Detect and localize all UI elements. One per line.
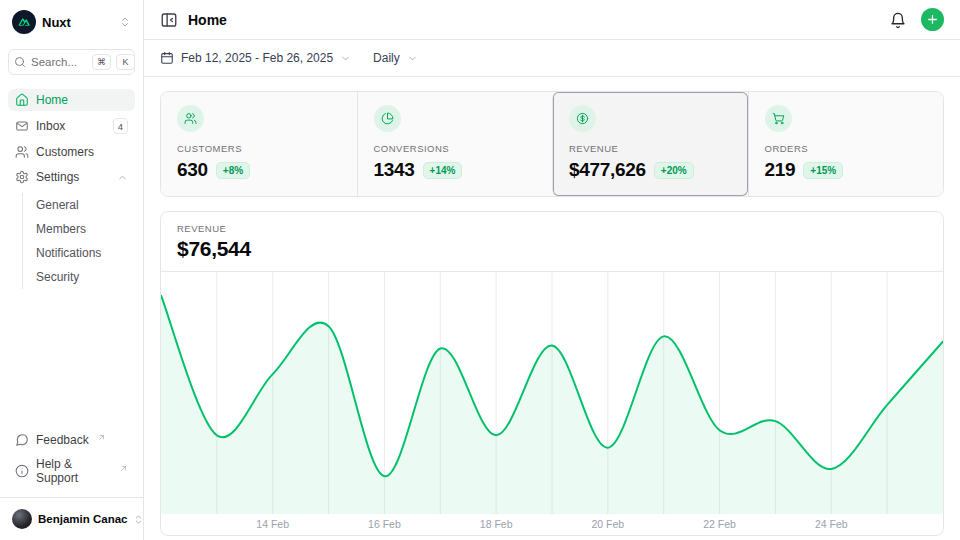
chat-bubble-icon: [15, 433, 29, 447]
sidebar-subitem-general[interactable]: General: [36, 193, 135, 217]
sidebar: Nuxt ⌘ K HomeInbox4CustomersSettingsGene…: [0, 0, 144, 540]
workspace-switcher[interactable]: Nuxt: [8, 8, 135, 36]
stat-delta-badge: +14%: [423, 162, 463, 179]
chevron-down-icon: [407, 53, 418, 64]
sidebar-subnav-settings: GeneralMembersNotificationsSecurity: [22, 193, 135, 289]
inbox-count-badge: 4: [113, 118, 128, 134]
home-icon: [15, 93, 29, 107]
sidebar-item-home[interactable]: Home: [8, 89, 135, 111]
kbd-k: K: [116, 54, 135, 70]
inbox-icon: [15, 119, 29, 133]
chevrons-up-down-icon: [133, 514, 144, 525]
date-range-value: Feb 12, 2025 - Feb 26, 2025: [181, 51, 333, 65]
arrow-up-right-icon: [119, 464, 128, 473]
stats-grid: CUSTOMERS630+8%CONVERSIONS1343+14%REVENU…: [160, 91, 944, 197]
user-menu-button[interactable]: Benjamin Canac: [8, 506, 135, 532]
kbd-meta: ⌘: [92, 54, 111, 70]
stat-label: CONVERSIONS: [374, 143, 537, 154]
chevron-down-icon: [340, 53, 351, 64]
stat-label: REVENUE: [569, 143, 732, 154]
stat-icon-circle: [374, 105, 401, 132]
revenue-chart-panel: REVENUE $76,544 14 Feb16 Feb18 Feb20 Feb…: [160, 211, 944, 536]
plus-icon: [926, 13, 939, 26]
x-axis-tick-label: 22 Feb: [703, 518, 736, 530]
sidebar-item-label: Inbox: [36, 119, 65, 133]
sidebar-nav: HomeInbox4CustomersSettingsGeneralMember…: [8, 89, 135, 291]
sidebar-item-label: Settings: [36, 170, 79, 184]
workspace-name: Nuxt: [42, 15, 71, 30]
stat-label: ORDERS: [765, 143, 928, 154]
users-icon: [15, 145, 29, 159]
stat-card-orders[interactable]: ORDERS219+15%: [748, 92, 944, 196]
stat-value: $477,626: [569, 159, 646, 181]
circle-dollar-icon: [576, 112, 589, 125]
chart-header: REVENUE $76,544: [161, 212, 943, 272]
stat-icon-circle: [569, 105, 596, 132]
sidebar-collapse-icon[interactable]: [160, 11, 178, 29]
sidebar-footer-item-feedback[interactable]: Feedback: [8, 429, 135, 451]
stat-icon-circle: [177, 105, 204, 132]
granularity-select[interactable]: Daily: [373, 51, 418, 65]
chevron-up-icon: [117, 172, 128, 183]
stat-value: 219: [765, 159, 796, 181]
main-area: Home Feb 12, 2025 - Feb 26, 2025 Daily C…: [144, 0, 960, 540]
chart-title: REVENUE: [177, 223, 927, 234]
users-icon: [184, 112, 197, 125]
page-title: Home: [188, 12, 227, 28]
user-name: Benjamin Canac: [38, 513, 127, 525]
x-axis-tick-label: 20 Feb: [591, 518, 624, 530]
gear-icon: [15, 170, 29, 184]
chart-x-axis: 14 Feb16 Feb18 Feb20 Feb22 Feb24 Feb: [161, 514, 943, 535]
stat-label: CUSTOMERS: [177, 143, 341, 154]
topbar: Home: [144, 0, 960, 40]
stat-card-revenue[interactable]: REVENUE$477,626+20%: [552, 92, 748, 196]
sidebar-subitem-security[interactable]: Security: [36, 265, 135, 289]
pie-chart-icon: [381, 112, 394, 125]
search-input[interactable]: [31, 56, 87, 68]
sidebar-item-customers[interactable]: Customers: [8, 141, 135, 163]
sidebar-item-label: Feedback: [36, 433, 89, 447]
filters-toolbar: Feb 12, 2025 - Feb 26, 2025 Daily: [144, 40, 960, 77]
cart-icon: [772, 112, 785, 125]
sidebar-item-label: Help & Support: [36, 457, 111, 485]
stat-value: 630: [177, 159, 208, 181]
search-input-wrapper[interactable]: ⌘ K: [8, 49, 135, 75]
sidebar-subitem-notifications[interactable]: Notifications: [36, 241, 135, 265]
sidebar-subitem-members[interactable]: Members: [36, 217, 135, 241]
sidebar-item-settings[interactable]: Settings: [8, 166, 135, 188]
x-axis-tick-label: 24 Feb: [815, 518, 848, 530]
arrow-up-right-icon: [97, 433, 106, 442]
revenue-chart-plot[interactable]: [161, 272, 943, 514]
sidebar-item-label: Customers: [36, 145, 94, 159]
chevrons-up-down-icon: [119, 16, 131, 28]
content: CUSTOMERS630+8%CONVERSIONS1343+14%REVENU…: [144, 77, 960, 540]
stat-delta-badge: +8%: [216, 162, 250, 179]
sidebar-footer-item-help[interactable]: Help & Support: [8, 453, 135, 489]
sidebar-footer-nav: FeedbackHelp & Support: [8, 429, 135, 489]
sidebar-item-label: Home: [36, 93, 68, 107]
stat-delta-badge: +15%: [803, 162, 843, 179]
info-icon: [15, 464, 29, 478]
revenue-area-chart: [161, 272, 943, 514]
date-range-picker[interactable]: Feb 12, 2025 - Feb 26, 2025: [160, 51, 351, 65]
x-axis-tick-label: 14 Feb: [256, 518, 289, 530]
add-button[interactable]: [921, 8, 944, 31]
x-axis-tick-label: 18 Feb: [480, 518, 513, 530]
stat-card-conversions[interactable]: CONVERSIONS1343+14%: [357, 92, 553, 196]
nuxt-logo-icon: [12, 10, 36, 34]
x-axis-tick-label: 16 Feb: [368, 518, 401, 530]
stat-value: 1343: [374, 159, 415, 181]
stat-icon-circle: [765, 105, 792, 132]
granularity-value: Daily: [373, 51, 400, 65]
notifications-bell-icon[interactable]: [889, 11, 907, 29]
calendar-icon: [160, 51, 174, 65]
chart-total-value: $76,544: [177, 237, 927, 261]
stat-delta-badge: +20%: [654, 162, 694, 179]
search-icon: [14, 56, 26, 68]
stat-card-customers[interactable]: CUSTOMERS630+8%: [161, 92, 357, 196]
avatar: [12, 509, 32, 529]
sidebar-item-inbox[interactable]: Inbox4: [8, 114, 135, 138]
user-area: Benjamin Canac: [0, 497, 143, 540]
